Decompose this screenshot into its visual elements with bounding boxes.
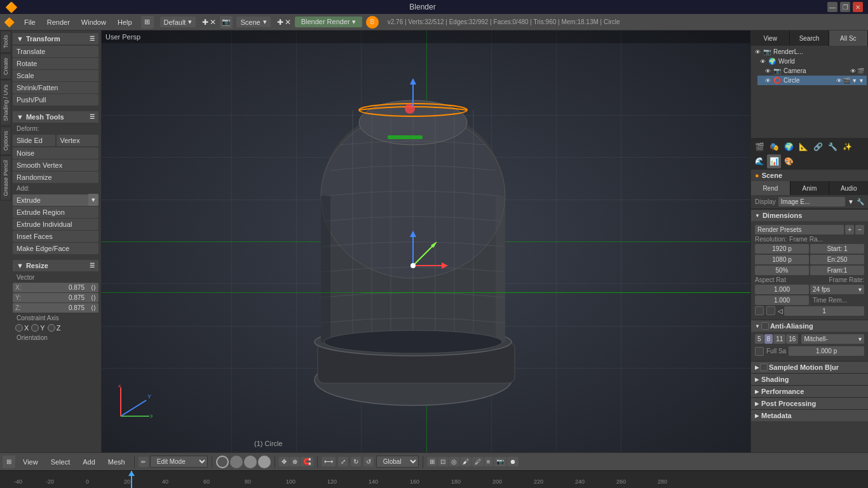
- orient-icon4[interactable]: ↺: [363, 457, 374, 466]
- post-processing-header[interactable]: ▶ Post Processing: [751, 398, 868, 409]
- file-menu[interactable]: File: [19, 17, 41, 27]
- make-edge-face-button[interactable]: Make Edge/Face: [13, 243, 98, 254]
- tools-tab[interactable]: Tools: [0, 30, 11, 53]
- outliner-item-camera[interactable]: 👁 📷 Camera 👁 🎬: [757, 66, 867, 76]
- orientation-select[interactable]: Global Local Normal: [376, 456, 419, 468]
- mode-select[interactable]: Edit Mode Object Mode: [150, 456, 208, 468]
- minimize-button[interactable]: —: [827, 2, 837, 12]
- end-frame-value[interactable]: En:250: [810, 255, 864, 264]
- camera-restrict-icon[interactable]: 👁: [850, 68, 856, 74]
- z-value[interactable]: 0.875: [65, 303, 88, 313]
- world-props-icon[interactable]: 🌍: [782, 140, 796, 154]
- search-tab[interactable]: Search: [790, 30, 829, 46]
- render-props-icon[interactable]: 🎬: [752, 140, 766, 154]
- sampled-motion-header[interactable]: ▶ Sampled Motion B|ur: [751, 362, 868, 373]
- res-x-value[interactable]: 1920 p: [755, 244, 809, 254]
- res-pct-value[interactable]: 50%: [755, 266, 809, 275]
- modifiers-icon[interactable]: 🔧: [825, 140, 839, 154]
- material-icon[interactable]: 🎨: [782, 154, 796, 168]
- dimensions-header[interactable]: ▼ Dimensions: [751, 210, 868, 221]
- options-tab[interactable]: Options: [0, 126, 11, 155]
- shading-header[interactable]: ▶ Shading: [751, 374, 868, 385]
- solid-btn[interactable]: [230, 456, 243, 468]
- sm-checkbox[interactable]: [760, 363, 768, 371]
- time-check2[interactable]: [766, 306, 775, 315]
- mesh-tools-header[interactable]: ▼ Mesh Tools ☰: [13, 111, 98, 123]
- audio-tab[interactable]: Audio: [829, 181, 868, 195]
- window-menu[interactable]: Window: [76, 17, 111, 27]
- y-checkbox[interactable]: [31, 324, 39, 332]
- anim-tab[interactable]: Anim: [790, 181, 830, 195]
- extra-icon[interactable]: ≡: [484, 457, 493, 466]
- grease-pencil-tab[interactable]: Grease Pencil: [0, 156, 11, 201]
- circle-restrict-icon[interactable]: 👁: [836, 78, 842, 84]
- y-value[interactable]: 0.875: [65, 293, 88, 302]
- view-tab[interactable]: View: [751, 30, 790, 46]
- aspect-y-value[interactable]: 1.000: [755, 295, 809, 305]
- object-props-icon[interactable]: 📐: [796, 140, 810, 154]
- render-presets-label[interactable]: Render Presets: [755, 225, 844, 234]
- outliner-item-circle[interactable]: 👁 ⭕ Circle 👁 🎬 ▼ ▼: [757, 76, 867, 85]
- x-value[interactable]: 0.875: [65, 283, 88, 292]
- aa-16[interactable]: 16: [786, 334, 798, 344]
- x-checkbox[interactable]: [15, 324, 23, 332]
- display-extra-icon[interactable]: ▼: [848, 198, 854, 205]
- display-value[interactable]: Image E...: [778, 197, 845, 207]
- layer-icon[interactable]: ⊞: [427, 457, 437, 466]
- record-icon[interactable]: ⏺: [507, 457, 519, 466]
- render-presets-remove[interactable]: −: [855, 225, 864, 234]
- time-prev[interactable]: ◁: [778, 308, 783, 315]
- timeline-ruler[interactable]: -40 -20 0 20 40 60 80 100 120 140 160 18…: [0, 471, 868, 488]
- scene-selector[interactable]: Scene ▾: [236, 17, 270, 27]
- rotate-button[interactable]: Rotate: [13, 58, 98, 69]
- aa-11[interactable]: 11: [773, 334, 785, 344]
- res-y-value[interactable]: 1080 p: [755, 255, 809, 264]
- metadata-header[interactable]: ▶ Metadata: [751, 410, 868, 421]
- camera-render-icon[interactable]: 🎬: [857, 68, 864, 74]
- transform-header[interactable]: ▼ Transform ☰: [13, 33, 98, 44]
- viewport[interactable]: User Persp +: [102, 30, 750, 452]
- mode-icon[interactable]: ✏: [139, 457, 149, 467]
- scene-props-icon[interactable]: 🎭: [767, 140, 781, 154]
- paint-icon[interactable]: 🖊: [472, 457, 484, 466]
- camera-icon2[interactable]: 📷: [494, 457, 506, 466]
- slide-edge-button[interactable]: Slide Ed: [13, 135, 55, 146]
- vertex-button[interactable]: Vertex: [57, 135, 99, 146]
- constraints-icon[interactable]: 🔗: [811, 140, 825, 154]
- proportional-icon[interactable]: ◎: [449, 457, 459, 466]
- circle-extra2-icon[interactable]: ▼: [858, 78, 864, 84]
- shrink-fatten-button[interactable]: Shrink/Fatten: [13, 82, 98, 93]
- renderer-select[interactable]: Blender Render ▾: [295, 17, 362, 27]
- x-arrow[interactable]: ⟨⟩: [88, 283, 98, 292]
- create-tab[interactable]: Create: [0, 53, 11, 79]
- outliner-item-world[interactable]: 👁 🌍 World: [752, 57, 867, 66]
- fps-value[interactable]: 24 fps ▾: [810, 285, 864, 294]
- workspace-add[interactable]: ✚: [202, 18, 208, 27]
- z-checkbox[interactable]: [48, 324, 55, 332]
- data-icon[interactable]: 📊: [767, 154, 781, 168]
- viewport-icon[interactable]: ⊞: [3, 456, 15, 468]
- orient-icon1[interactable]: ⟷: [322, 457, 336, 466]
- anti-aliasing-header[interactable]: ▼ Anti-Aliasing: [751, 320, 868, 332]
- orient-icon2[interactable]: ⤢: [338, 457, 348, 466]
- render-menu[interactable]: Render: [42, 17, 75, 27]
- particles-icon[interactable]: ✨: [840, 140, 854, 154]
- push-pull-button[interactable]: Push/Pull: [13, 94, 98, 105]
- aspect-x-value[interactable]: 1.000: [755, 285, 809, 294]
- transform-manipulator[interactable]: ✥: [279, 457, 289, 466]
- workspace-close[interactable]: ✕: [210, 18, 216, 27]
- inset-faces-button[interactable]: Inset Faces: [13, 231, 98, 242]
- translate-button[interactable]: Translate: [13, 46, 98, 57]
- aa-filter-value[interactable]: Mitchell- ▾: [801, 334, 864, 344]
- extrude-individual-button[interactable]: Extrude Individual: [13, 219, 98, 230]
- select-menu[interactable]: Select: [46, 457, 76, 467]
- close-button[interactable]: ✕: [853, 2, 863, 12]
- aa-8[interactable]: 8: [764, 334, 773, 344]
- resize-header[interactable]: ▼ Resize ☰: [13, 260, 98, 271]
- extrude-dropdown[interactable]: ▾: [88, 194, 98, 206]
- current-frame-value[interactable]: Fram:1: [810, 266, 864, 275]
- render-presets-add[interactable]: +: [845, 225, 854, 234]
- snap-icon[interactable]: 🧲: [301, 457, 313, 466]
- transform-menu-icon[interactable]: ☰: [90, 36, 95, 42]
- mesh-menu[interactable]: Mesh: [103, 457, 130, 467]
